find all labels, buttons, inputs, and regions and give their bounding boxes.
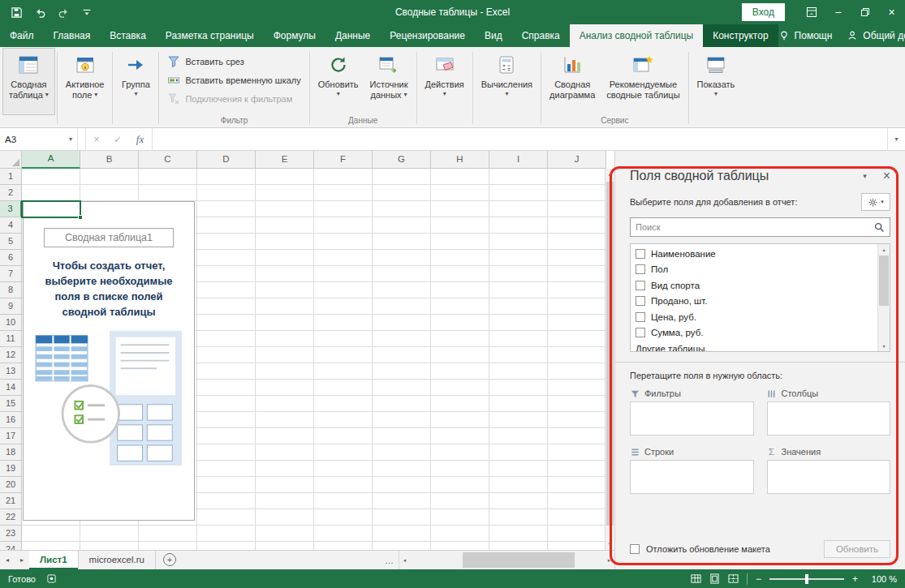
cell-H11[interactable] (431, 331, 489, 347)
cell-H2[interactable] (431, 185, 489, 201)
cell-I9[interactable] (489, 298, 548, 315)
cell-D22[interactable] (197, 509, 256, 526)
filters-dropzone[interactable] (630, 401, 754, 436)
cell-G10[interactable] (373, 315, 431, 331)
cell-G5[interactable] (373, 234, 431, 250)
cell-I6[interactable] (489, 250, 548, 266)
cell-J14[interactable] (548, 380, 606, 396)
insert-timeline-button[interactable]: Вставить временную шкалу (162, 71, 306, 89)
cell-D15[interactable] (197, 396, 256, 412)
cell-E6[interactable] (256, 250, 314, 266)
cell-G9[interactable] (373, 298, 431, 315)
cell-H3[interactable] (431, 201, 489, 217)
cell-I17[interactable] (489, 428, 548, 444)
field-item-5[interactable]: Цена, руб. (631, 309, 877, 325)
row-header-8[interactable]: 8 (0, 282, 22, 298)
fill-handle[interactable] (78, 215, 83, 220)
formula-bar-expand-icon[interactable]: ▾ (887, 128, 905, 150)
cell-E1[interactable] (256, 169, 314, 185)
cell-H24[interactable] (431, 542, 489, 550)
cell-D2[interactable] (197, 185, 256, 201)
row-header-6[interactable]: 6 (0, 250, 22, 266)
cell-F14[interactable] (314, 380, 373, 396)
refresh-button[interactable]: Обновить ▾ (312, 49, 364, 114)
field-search[interactable] (630, 217, 890, 237)
select-all-corner[interactable] (0, 151, 22, 169)
undo-icon[interactable] (33, 6, 46, 19)
cell-D10[interactable] (197, 315, 256, 331)
cell-D9[interactable] (197, 298, 256, 315)
cell-J16[interactable] (548, 412, 606, 428)
row-header-17[interactable]: 17 (0, 428, 22, 444)
panel-options-icon[interactable]: ▾ (863, 172, 867, 180)
cell-J21[interactable] (548, 493, 606, 509)
cell-H8[interactable] (431, 282, 489, 298)
tab-Рецензирование[interactable]: Рецензирование (380, 24, 475, 47)
cell-D17[interactable] (197, 428, 256, 444)
cell-F8[interactable] (314, 282, 373, 298)
search-icon[interactable] (873, 221, 885, 233)
cell-E8[interactable] (256, 282, 314, 298)
cell-B23[interactable] (80, 526, 139, 542)
row-header-9[interactable]: 9 (0, 298, 22, 315)
row-header-3[interactable]: 3 (0, 201, 22, 217)
cell-B1[interactable] (80, 169, 139, 185)
cell-E18[interactable] (256, 444, 314, 461)
cell-H21[interactable] (431, 493, 489, 509)
row-header-1[interactable]: 1 (0, 169, 22, 185)
column-header-I[interactable]: I (489, 151, 548, 169)
field-checkbox[interactable] (636, 281, 645, 290)
tab-Разметка страницы[interactable]: Разметка страницы (156, 24, 264, 47)
cell-D23[interactable] (197, 526, 256, 542)
cell-I2[interactable] (489, 185, 548, 201)
cell-J6[interactable] (548, 250, 606, 266)
insert-function-button[interactable]: fx (128, 128, 153, 150)
cell-J11[interactable] (548, 331, 606, 347)
cell-H7[interactable] (431, 266, 489, 282)
cell-J20[interactable] (548, 477, 606, 493)
cell-E23[interactable] (256, 526, 314, 542)
field-checkbox[interactable] (636, 264, 645, 274)
cell-H18[interactable] (431, 444, 489, 461)
list-scroll-thumb[interactable] (879, 255, 889, 306)
formula-input[interactable] (153, 128, 887, 150)
cell-H10[interactable] (431, 315, 489, 331)
cell-J24[interactable] (548, 542, 606, 550)
cell-F23[interactable] (314, 526, 373, 542)
change-data-source-button[interactable]: Источник данных▾ (364, 49, 414, 114)
cell-F12[interactable] (314, 347, 373, 363)
tab-Вид[interactable]: Вид (475, 24, 512, 47)
cell-F17[interactable] (314, 428, 373, 444)
cell-E19[interactable] (256, 461, 314, 477)
list-scroll-down-icon[interactable]: ▾ (878, 341, 890, 351)
add-sheet-button[interactable]: + (163, 553, 176, 566)
customize-quick-access-icon[interactable] (80, 6, 93, 19)
sheet-tab-list1[interactable]: Лист1 (29, 551, 79, 569)
cell-G22[interactable] (373, 509, 431, 526)
cell-H19[interactable] (431, 461, 489, 477)
cell-E22[interactable] (256, 509, 314, 526)
cell-F10[interactable] (314, 315, 373, 331)
cell-G1[interactable] (373, 169, 431, 185)
cell-J12[interactable] (548, 347, 606, 363)
close-button[interactable]: × (878, 0, 905, 24)
cell-G23[interactable] (373, 526, 431, 542)
cell-H14[interactable] (431, 380, 489, 396)
hscroll-right-icon[interactable]: ▸ (604, 551, 614, 569)
row-header-12[interactable]: 12 (0, 347, 22, 363)
field-checkbox[interactable] (636, 249, 645, 259)
cell-J2[interactable] (548, 185, 606, 201)
cell-I4[interactable] (489, 217, 548, 234)
field-item-4[interactable]: Продано, шт. (631, 294, 877, 310)
cell-G3[interactable] (373, 201, 431, 217)
cell-D1[interactable] (197, 169, 256, 185)
row-header-20[interactable]: 20 (0, 477, 22, 493)
cell-F15[interactable] (314, 396, 373, 412)
insert-slicer-button[interactable]: Вставить срез (162, 52, 306, 71)
column-header-C[interactable]: C (139, 151, 197, 169)
sign-in-button[interactable]: Вход (742, 3, 785, 21)
tab-Конструктор[interactable]: Конструктор (703, 24, 778, 47)
row-header-13[interactable]: 13 (0, 363, 22, 380)
cell-E4[interactable] (256, 217, 314, 234)
cell-E15[interactable] (256, 396, 314, 412)
